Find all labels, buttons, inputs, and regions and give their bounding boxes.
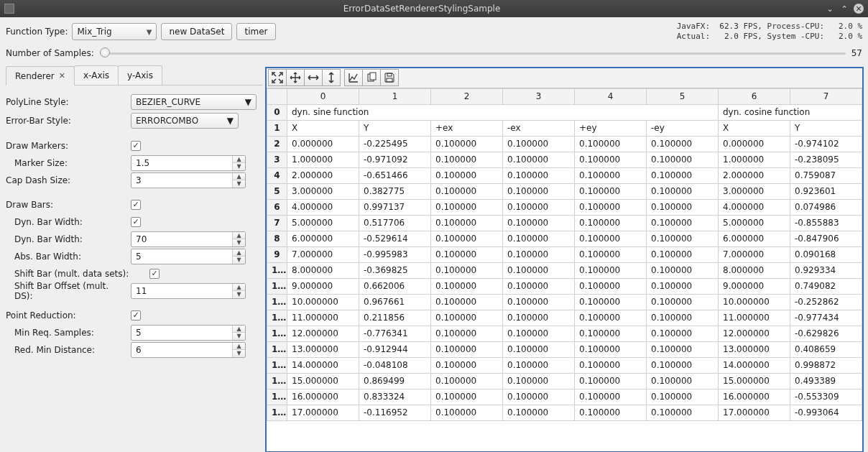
col-header[interactable]: 4 xyxy=(575,88,647,104)
data-cell[interactable]: -0.252862 xyxy=(790,294,862,310)
data-cell[interactable]: 0.100000 xyxy=(431,326,503,341)
abs-bar-width-spinner[interactable]: 5 ▲▼ xyxy=(131,249,246,264)
data-cell[interactable]: 0.100000 xyxy=(503,278,575,294)
spinner-up-icon[interactable]: ▲ xyxy=(232,156,245,164)
data-cell[interactable]: 0.100000 xyxy=(431,310,503,326)
data-grid-scroll[interactable]: 012345670dyn. sine functiondyn. cosine f… xyxy=(267,88,862,451)
data-cell[interactable]: 13.000000 xyxy=(287,341,359,357)
data-cell[interactable]: 0.100000 xyxy=(647,183,719,199)
data-cell[interactable]: 0.100000 xyxy=(503,294,575,310)
data-cell[interactable]: 0.100000 xyxy=(431,246,503,262)
data-cell[interactable]: 14.000000 xyxy=(719,357,790,373)
errorbar-style-combo[interactable]: ERRORCOMBO▼ xyxy=(131,113,239,129)
row-header[interactable]: 18 xyxy=(267,389,287,405)
function-type-combo[interactable]: Mix_Trig ▼ xyxy=(72,23,157,40)
samples-slider[interactable] xyxy=(100,47,846,60)
data-cell[interactable]: 0.100000 xyxy=(647,246,719,262)
data-cell[interactable]: 0.100000 xyxy=(503,152,575,167)
subheader-cell[interactable]: Y xyxy=(359,120,431,136)
spinner-up-icon[interactable]: ▲ xyxy=(232,249,245,257)
data-cell[interactable]: 0.100000 xyxy=(647,278,719,294)
data-cell[interactable]: 0.408659 xyxy=(790,341,862,357)
data-cell[interactable]: 0.074986 xyxy=(790,199,862,215)
data-cell[interactable]: 0.000000 xyxy=(719,136,790,152)
data-cell[interactable]: 0.100000 xyxy=(431,199,503,215)
row-header[interactable]: 10 xyxy=(267,262,287,278)
spinner-up-icon[interactable]: ▲ xyxy=(232,343,245,351)
row-header[interactable]: 0 xyxy=(267,104,287,120)
row-header[interactable]: 3 xyxy=(267,152,287,167)
data-cell[interactable]: 0.833324 xyxy=(359,389,431,405)
data-cell[interactable]: 16.000000 xyxy=(287,389,359,405)
shift-bar-checkbox[interactable]: ✓ xyxy=(149,269,160,279)
data-cell[interactable]: 1.000000 xyxy=(287,152,359,167)
data-cell[interactable]: 15.000000 xyxy=(287,373,359,389)
data-cell[interactable]: 8.000000 xyxy=(287,262,359,278)
data-cell[interactable]: 11.000000 xyxy=(287,310,359,326)
data-cell[interactable]: 2.000000 xyxy=(719,167,790,183)
subheader-cell[interactable]: Y xyxy=(790,120,862,136)
copy-icon[interactable] xyxy=(362,69,381,86)
spinner-up-icon[interactable]: ▲ xyxy=(232,284,245,292)
data-cell[interactable]: 6.000000 xyxy=(287,231,359,246)
data-cell[interactable]: 3.000000 xyxy=(719,183,790,199)
dyn-bar-width-spinner[interactable]: 70 ▲▼ xyxy=(131,231,246,247)
data-cell[interactable]: 0.100000 xyxy=(503,183,575,199)
data-cell[interactable]: -0.529614 xyxy=(359,231,431,246)
col-header[interactable]: 5 xyxy=(647,88,719,104)
data-cell[interactable]: 0.100000 xyxy=(503,246,575,262)
data-cell[interactable]: 0.100000 xyxy=(647,310,719,326)
data-cell[interactable]: 0.759087 xyxy=(790,167,862,183)
subheader-cell[interactable]: -ex xyxy=(503,120,575,136)
spinner-down-icon[interactable]: ▼ xyxy=(232,350,245,357)
draw-bars-checkbox[interactable]: ✓ xyxy=(131,200,141,210)
data-cell[interactable]: 0.100000 xyxy=(575,341,647,357)
data-cell[interactable]: 17.000000 xyxy=(719,405,790,420)
data-cell[interactable]: 0.100000 xyxy=(647,262,719,278)
data-cell[interactable]: 0.100000 xyxy=(575,405,647,420)
data-cell[interactable]: 0.100000 xyxy=(431,262,503,278)
data-cell[interactable]: 0.100000 xyxy=(503,389,575,405)
minimize-icon[interactable]: ⌄ xyxy=(825,4,835,14)
col-header[interactable]: 7 xyxy=(790,88,862,104)
data-cell[interactable]: 0.100000 xyxy=(575,357,647,373)
data-cell[interactable]: 0.100000 xyxy=(503,341,575,357)
row-header[interactable]: 5 xyxy=(267,183,287,199)
data-cell[interactable]: 0.100000 xyxy=(647,294,719,310)
polyline-style-combo[interactable]: BEZIER_CURVE▼ xyxy=(131,94,257,110)
row-header[interactable]: 8 xyxy=(267,231,287,246)
data-cell[interactable]: 0.100000 xyxy=(503,262,575,278)
red-min-distance-spinner[interactable]: 6 ▲▼ xyxy=(131,342,246,358)
data-cell[interactable]: 0.100000 xyxy=(575,231,647,246)
spinner-up-icon[interactable]: ▲ xyxy=(232,326,245,333)
zoom-horizontal-icon[interactable] xyxy=(304,69,323,86)
spinner-down-icon[interactable]: ▼ xyxy=(232,180,245,188)
data-cell[interactable]: 0.100000 xyxy=(503,167,575,183)
data-cell[interactable]: -0.776341 xyxy=(359,326,431,341)
data-cell[interactable]: 0.382775 xyxy=(359,183,431,199)
data-cell[interactable]: 0.100000 xyxy=(647,341,719,357)
data-cell[interactable]: 0.000000 xyxy=(287,136,359,152)
data-cell[interactable]: -0.912944 xyxy=(359,341,431,357)
data-cell[interactable]: -0.993064 xyxy=(790,405,862,420)
marker-size-spinner[interactable]: 1.5 ▲▼ xyxy=(131,155,246,171)
spinner-down-icon[interactable]: ▼ xyxy=(232,163,245,170)
maximize-icon[interactable]: ⌃ xyxy=(839,4,849,14)
spinner-down-icon[interactable]: ▼ xyxy=(232,333,245,340)
data-cell[interactable]: 9.000000 xyxy=(287,278,359,294)
row-header[interactable]: 13 xyxy=(267,310,287,326)
zoom-fit-icon[interactable] xyxy=(268,69,287,86)
data-cell[interactable]: 0.100000 xyxy=(647,136,719,152)
data-cell[interactable]: 9.000000 xyxy=(719,278,790,294)
data-cell[interactable]: 2.000000 xyxy=(287,167,359,183)
data-cell[interactable]: 0.100000 xyxy=(647,215,719,231)
data-cell[interactable]: 0.998872 xyxy=(790,357,862,373)
tab-y-axis[interactable]: y-Axis xyxy=(118,65,162,85)
data-cell[interactable]: 1.000000 xyxy=(719,152,790,167)
data-cell[interactable]: 10.000000 xyxy=(719,294,790,310)
data-cell[interactable]: 0.100000 xyxy=(575,389,647,405)
data-cell[interactable]: 0.100000 xyxy=(431,294,503,310)
data-cell[interactable]: 0.090168 xyxy=(790,246,862,262)
data-cell[interactable]: 17.000000 xyxy=(287,405,359,420)
row-header[interactable]: 2 xyxy=(267,136,287,152)
